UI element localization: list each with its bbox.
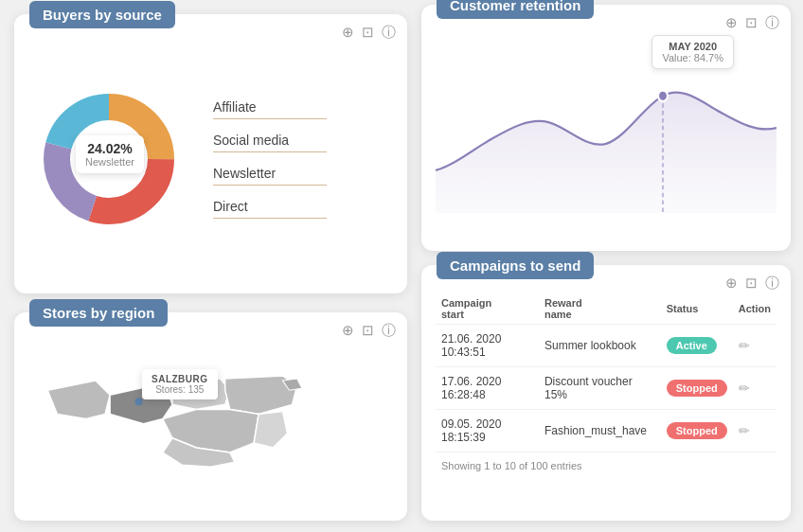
status-badge-stopped-1: Stopped: [667, 380, 727, 397]
legend-direct: Direct: [213, 199, 327, 219]
buyers-by-source-card: Buyers by source ⊕ ⊡ ⓘ 24.02% Newsletter…: [14, 14, 407, 293]
edit-icon-2[interactable]: ✏: [739, 381, 750, 396]
legend-newsletter: Newsletter: [213, 166, 327, 186]
campaign-status-3: Stopped: [661, 410, 733, 452]
retention-value: Value: 84.7%: [662, 52, 723, 63]
edit-icon-3[interactable]: ✏: [739, 423, 750, 438]
campaign-status-1: Active: [661, 325, 733, 367]
map-container: SALZBURG Stores: 135: [28, 341, 393, 502]
campaigns-card-icons: ⊕ ⊡ ⓘ: [725, 275, 779, 293]
campaigns-card-title: Campaigns to send: [437, 252, 594, 279]
campaigns-table: Campaignstart Rewardname Status Action 2…: [436, 293, 776, 452]
svg-point-4: [76, 126, 142, 192]
campaign-action-1[interactable]: ✏: [733, 325, 776, 367]
buyers-legend: Affiliate Social media Newsletter Direct: [213, 99, 327, 219]
status-badge-stopped-2: Stopped: [667, 422, 727, 439]
campaign-date-1: 21.06. 2020 10:43:51: [436, 325, 539, 367]
table-footer: Showing 1 to 10 of 100 entries: [436, 452, 776, 475]
campaign-status-2: Stopped: [661, 367, 733, 410]
table-row: 09.05. 2020 18:15:39 Fashion_must_have S…: [436, 410, 776, 452]
retention-date: MAY 2020: [662, 41, 723, 52]
svg-point-7: [134, 398, 142, 405]
campaign-reward-3: Fashion_must_have: [539, 410, 661, 452]
col-reward-name: Rewardname: [539, 293, 661, 325]
buyers-card-title: Buyers by source: [29, 1, 175, 28]
col-action: Action: [733, 293, 776, 325]
campaign-reward-2: Discount voucher 15%: [539, 367, 661, 410]
buyers-content: 24.02% Newsletter Affiliate Social media…: [14, 14, 407, 293]
campaign-reward-1: Summer lookbook: [539, 325, 661, 367]
campaigns-info-icon[interactable]: ⓘ: [765, 275, 779, 293]
legend-affiliate: Affiliate: [213, 99, 327, 119]
donut-chart: 24.02% Newsletter: [33, 83, 185, 235]
col-campaign-start: Campaignstart: [436, 293, 539, 325]
campaigns-content: Campaignstart Rewardname Status Action 2…: [421, 265, 791, 521]
stores-content: SALZBURG Stores: 135: [14, 312, 407, 521]
campaign-action-2[interactable]: ✏: [733, 367, 776, 410]
campaigns-card: Campaigns to send ⊕ ⊡ ⓘ Campaignstart Re…: [421, 265, 791, 521]
info-icon[interactable]: ⓘ: [382, 24, 396, 42]
table-row: 17.06. 2020 16:28:48 Discount voucher 15…: [436, 367, 776, 410]
export-icon[interactable]: ⊡: [362, 24, 374, 42]
campaigns-add-icon[interactable]: ⊕: [725, 275, 738, 293]
campaign-date-3: 09.05. 2020 18:15:39: [436, 410, 539, 452]
legend-social: Social media: [213, 133, 327, 152]
donut-svg: [33, 83, 185, 235]
retention-content: MAY 2020 Value: 84.7%: [421, 5, 791, 251]
status-badge-active: Active: [667, 337, 717, 354]
col-status: Status: [661, 293, 733, 325]
table-row: 21.06. 2020 10:43:51 Summer lookbook Act…: [436, 325, 776, 367]
add-icon[interactable]: ⊕: [342, 24, 354, 42]
austria-map-svg: [28, 341, 393, 488]
stores-by-region-card: Stores by region ⊕ ⊡ ⓘ: [14, 312, 407, 521]
table-header: Campaignstart Rewardname Status Action: [436, 293, 776, 325]
campaign-action-3[interactable]: ✏: [733, 410, 776, 452]
campaign-date-2: 17.06. 2020 16:28:48: [436, 367, 539, 410]
edit-icon-1[interactable]: ✏: [739, 338, 750, 353]
customer-retention-card: Customer retention ⊕ ⊡ ⓘ MAY 2020 Value:…: [421, 5, 791, 251]
table-body: 21.06. 2020 10:43:51 Summer lookbook Act…: [436, 325, 776, 452]
buyers-card-icons: ⊕ ⊡ ⓘ: [342, 24, 396, 42]
campaigns-export-icon[interactable]: ⊡: [745, 275, 758, 293]
retention-tooltip: MAY 2020 Value: 84.7%: [651, 35, 734, 69]
